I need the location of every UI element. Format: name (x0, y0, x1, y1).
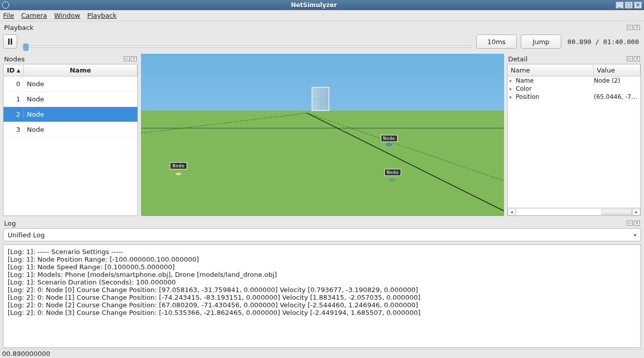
dock-close-icon[interactable]: × (634, 221, 640, 226)
table-row[interactable]: 2Node (4, 107, 137, 122)
expand-icon[interactable]: ▸ (510, 78, 516, 83)
playback-panel-title: Playback (4, 24, 627, 31)
close-button[interactable]: × (634, 2, 642, 9)
log-panel: Log ▭ × Unified Log ▾ [Log: 1]: ----- Sc… (0, 216, 644, 349)
status-time: 00.890000000 (2, 350, 50, 357)
detail-panel-title: Detail (508, 55, 627, 63)
building-model (312, 87, 329, 111)
detail-name: Name (516, 77, 594, 84)
log-selector-value: Unified Log (8, 231, 634, 239)
menubar: File Camera Window Playback (0, 10, 644, 21)
node-id: 0 (4, 80, 24, 88)
nodes-panel: Nodes ▭ × ID▲ Name 0Node1Node2Node3Node (3, 54, 138, 216)
menu-camera[interactable]: Camera (21, 12, 47, 19)
dock-float-icon[interactable]: ▭ (124, 56, 130, 61)
detail-name: Position (516, 93, 594, 100)
detail-row[interactable]: ▸NameNode (2) (508, 77, 640, 85)
detail-col-value[interactable]: Value (594, 64, 640, 76)
expand-icon[interactable]: ▸ (510, 86, 516, 91)
scroll-right-icon[interactable]: ▸ (632, 208, 640, 216)
window-title: NetSimulyzer (12, 2, 616, 9)
chevron-down-icon: ▾ (634, 232, 636, 238)
ground (141, 111, 504, 216)
window-titlebar: NetSimulyzer _ □ × (0, 0, 644, 10)
playback-panel: Playback ▭ × 10ms Jump 00.890 / 01:40.00… (0, 21, 644, 54)
jump-button[interactable]: Jump (521, 34, 561, 49)
pause-button[interactable] (3, 34, 17, 49)
detail-table-header: Name Value (508, 64, 640, 77)
detail-value: (65.0446, -7… (594, 93, 638, 100)
step-button-label: 10ms (487, 38, 506, 46)
step-button[interactable]: 10ms (476, 34, 517, 49)
detail-name: Color (516, 85, 594, 92)
node-name: Node (24, 111, 137, 118)
node-label: Node (384, 169, 402, 176)
nodes-table-header: ID▲ Name (4, 64, 137, 77)
log-selector[interactable]: Unified Log ▾ (3, 228, 641, 241)
minimize-button[interactable]: _ (616, 2, 624, 9)
3d-viewport[interactable]: NodeNodeNode (141, 54, 504, 216)
maximize-button[interactable]: □ (625, 2, 633, 9)
playback-slider[interactable] (21, 40, 472, 43)
nodes-col-id[interactable]: ID▲ (4, 64, 24, 76)
node-name: Node (24, 95, 137, 103)
dock-float-icon[interactable]: ▭ (627, 25, 633, 30)
detail-panel: Detail ▭ × Name Value ▸NameNode (2)▸Colo… (507, 54, 641, 216)
detail-row[interactable]: ▸Position(65.0446, -7… (508, 93, 640, 101)
detail-col-name[interactable]: Name (508, 64, 594, 76)
nodes-panel-title: Nodes (4, 55, 124, 63)
log-panel-title: Log (4, 220, 627, 227)
detail-h-scrollbar[interactable]: ◂ ▸ (508, 207, 640, 216)
node-name: Node (24, 80, 137, 88)
menu-window[interactable]: Window (54, 12, 80, 19)
table-row[interactable]: 3Node (4, 122, 137, 137)
node-id: 2 (4, 111, 24, 118)
sort-asc-icon: ▲ (17, 68, 20, 73)
log-output[interactable]: [Log: 1]: ----- Scenario Settings ----- … (3, 244, 641, 348)
playback-time: 00.890 / 01:40.000 (565, 38, 641, 46)
pause-icon (8, 39, 12, 45)
node-marker (175, 172, 182, 175)
detail-row[interactable]: ▸Color (508, 85, 640, 93)
detail-table-body: ▸NameNode (2)▸Color▸Position(65.0446, -7… (508, 77, 640, 216)
expand-icon[interactable]: ▸ (510, 94, 516, 99)
nodes-col-name[interactable]: Name (24, 64, 137, 76)
table-row[interactable]: 0Node (4, 77, 137, 92)
dock-close-icon[interactable]: × (131, 56, 137, 61)
jump-button-label: Jump (533, 38, 550, 46)
menu-file[interactable]: File (3, 12, 14, 19)
nodes-table-body: 0Node1Node2Node3Node (4, 77, 137, 216)
node-name: Node (24, 126, 137, 133)
node-label: Node (170, 162, 187, 169)
dock-float-icon[interactable]: ▭ (627, 56, 633, 61)
menu-playback[interactable]: Playback (87, 12, 117, 19)
dock-close-icon[interactable]: × (634, 56, 640, 61)
table-row[interactable]: 1Node (4, 92, 137, 107)
node-label: Node (381, 135, 398, 142)
dock-float-icon[interactable]: ▭ (627, 221, 633, 226)
node-id: 1 (4, 95, 24, 103)
statusbar: 00.890000000 (0, 349, 644, 358)
detail-value: Node (2) (594, 77, 638, 84)
scroll-left-icon[interactable]: ◂ (508, 208, 516, 216)
app-icon (2, 2, 9, 9)
node-id: 3 (4, 126, 24, 133)
dock-close-icon[interactable]: × (634, 25, 640, 30)
